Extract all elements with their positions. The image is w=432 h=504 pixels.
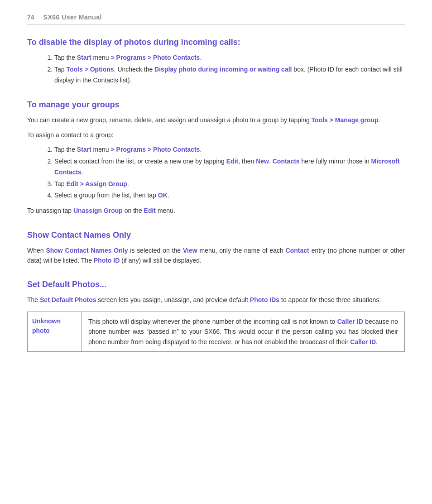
link-contact[interactable]: Contact (286, 247, 309, 254)
section-heading-manage-groups: To manage your groups (27, 100, 405, 110)
link-set-default-photos[interactable]: Set Default Photos (40, 296, 96, 303)
step-2-text: Tap Tools > Options. Uncheck the Display… (54, 66, 403, 84)
section-show-contact-names: Show Contact Names Only When Show Contac… (27, 230, 405, 266)
section-heading-set-default-photos: Set Default Photos... (27, 280, 405, 289)
manage-groups-steps: Tap the Start menu > Programs > Photo Co… (54, 144, 405, 201)
table-label-unknown: Unknown photo (28, 312, 82, 351)
mg-step-2-text: Select a contact from the list, or creat… (54, 158, 400, 176)
mg-step-3-text: Tap Edit > Assign Group. (54, 180, 129, 187)
step-1: Tap the Start menu > Programs > Photo Co… (54, 53, 405, 63)
set-default-photos-intro: The Set Default Photos screen lets you a… (27, 295, 405, 305)
table-content-unknown: This photo will display whenever the pho… (82, 312, 404, 351)
page-container: 74 SX66 User Manual To disable the displ… (0, 0, 432, 384)
page-number: 74 (27, 14, 34, 21)
section-heading-disable-display: To disable the display of photos during … (27, 38, 405, 47)
section-heading-show-contact-names: Show Contact Names Only (27, 230, 405, 240)
link-edit-1[interactable]: Edit (226, 158, 238, 165)
mg-step-1: Tap the Start menu > Programs > Photo Co… (54, 144, 405, 155)
mg-step-2: Select a contact from the list, or creat… (54, 156, 405, 178)
mg-step-4-text: Select a group from the list, then tap O… (54, 192, 169, 199)
mg-step-4: Select a group from the list, then tap O… (54, 190, 405, 201)
step-2: Tap Tools > Options. Uncheck the Display… (54, 64, 405, 86)
link-programs-photo-contacts-2[interactable]: > Programs > Photo Contacts (111, 146, 200, 153)
manage-groups-intro: You can create a new group, rename, dele… (27, 115, 405, 125)
link-show-contact-names-only[interactable]: Show Contact Names Only (46, 247, 128, 254)
assign-contact-intro: To assign a contact to a group: (27, 130, 405, 140)
link-photo-ids[interactable]: Photo IDs (250, 296, 279, 303)
link-ok[interactable]: OK (158, 192, 168, 199)
show-contact-names-body: When Show Contact Names Only is selected… (27, 245, 405, 266)
mg-step-1-text: Tap the Start menu > Programs > Photo Co… (54, 146, 202, 153)
link-new[interactable]: New (256, 158, 269, 165)
section-set-default-photos: Set Default Photos... The Set Default Ph… (27, 280, 405, 352)
section-manage-groups: To manage your groups You can create a n… (27, 100, 405, 216)
link-caller-id-2[interactable]: Caller ID (350, 338, 376, 346)
page-header: 74 SX66 User Manual (27, 14, 405, 25)
step-1-text: Tap the Start menu > Programs > Photo Co… (54, 54, 202, 61)
table-row-unknown: Unknown photo This photo will display wh… (28, 312, 404, 351)
link-display-photo[interactable]: Display photo during incoming or waiting… (154, 66, 292, 73)
link-caller-id-1[interactable]: Caller ID (337, 318, 363, 325)
link-unassign-group[interactable]: Unassign Group (73, 207, 123, 214)
link-programs-photo-contacts-1[interactable]: > Programs > Photo Contacts (111, 54, 200, 61)
link-edit-menu[interactable]: Edit (144, 207, 156, 214)
mg-step-3: Tap Edit > Assign Group. (54, 179, 405, 190)
link-start-1[interactable]: Start (77, 54, 91, 61)
link-tools-options[interactable]: Tools > Options (66, 66, 114, 73)
link-tools-manage-group[interactable]: Tools > Manage group (312, 116, 379, 124)
link-start-2[interactable]: Start (77, 146, 91, 153)
unassign-text: To unassign tap Unassign Group on the Ed… (27, 206, 405, 216)
section-disable-display: To disable the display of photos during … (27, 38, 405, 86)
disable-display-steps: Tap the Start menu > Programs > Photo Co… (54, 53, 405, 86)
link-contacts[interactable]: Contacts (273, 158, 300, 165)
link-view-menu[interactable]: View (183, 247, 197, 254)
link-photo-id-1[interactable]: Photo ID (94, 257, 120, 264)
manual-title: SX66 User Manual (43, 14, 102, 21)
default-photos-table: Unknown photo This photo will display wh… (27, 312, 405, 352)
link-edit-assign-group[interactable]: Edit > Assign Group (66, 180, 127, 187)
